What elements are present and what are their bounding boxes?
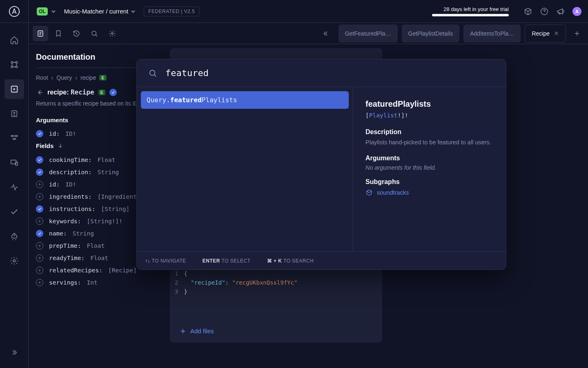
add-files-button[interactable]: Add files <box>180 328 214 334</box>
entity-badge: E <box>98 90 105 95</box>
preview-arguments-heading: Arguments <box>365 155 494 162</box>
chevron-down-icon <box>51 9 56 14</box>
field-row[interactable]: servings: Int <box>36 276 162 289</box>
secondary-toolbar: GetFeaturedPla… GetPlaylistDetails AddIt… <box>29 23 588 44</box>
nav-rail <box>0 23 29 368</box>
tab-add-items[interactable]: AddItemsToPla… <box>463 25 521 43</box>
sandbox-icon[interactable] <box>523 7 532 16</box>
svg-point-12 <box>92 31 96 36</box>
collapse-sidebar-button[interactable] <box>318 26 334 41</box>
check-icon[interactable] <box>36 130 43 137</box>
plus-icon[interactable] <box>36 279 43 286</box>
announcements-icon[interactable] <box>556 7 565 16</box>
tab-get-featured[interactable]: GetFeaturedPla… <box>339 25 398 43</box>
plus-icon[interactable] <box>36 254 43 262</box>
svg-point-13 <box>111 32 114 34</box>
org-badge: OL <box>37 7 48 16</box>
preview-subgraphs-heading: Subgraphs <box>365 178 494 186</box>
graph-breadcrumb[interactable]: Music-Matcher / current <box>64 8 136 15</box>
preview-description: Playlists hand-picked to be featured to … <box>365 138 494 147</box>
search-palette: Query.featuredPlaylists featuredPlaylist… <box>136 59 506 270</box>
rail-subgraphs[interactable] <box>4 128 24 148</box>
plus-icon[interactable] <box>36 242 43 249</box>
tab-recipe[interactable]: Recipe <box>525 25 566 43</box>
type-link[interactable]: Playlist <box>369 112 398 119</box>
svg-point-14 <box>150 70 155 75</box>
plus-icon[interactable] <box>36 267 43 274</box>
check-icon[interactable] <box>36 168 43 176</box>
rail-insights[interactable] <box>4 177 24 197</box>
rail-home[interactable] <box>4 30 24 50</box>
rail-clients[interactable] <box>4 153 24 173</box>
svg-point-0 <box>9 6 19 16</box>
graph-type-tag: FEDERATED | V2.5 <box>144 7 199 16</box>
plus-icon[interactable] <box>36 218 43 225</box>
apollo-logo[interactable] <box>0 0 29 23</box>
chevron-down-icon <box>131 9 136 14</box>
rail-expand-button[interactable] <box>4 343 24 362</box>
sort-icon[interactable] <box>58 143 63 148</box>
plus-icon[interactable] <box>36 193 43 200</box>
subgraph-link[interactable]: soundtracks <box>365 189 494 196</box>
back-arrow-icon[interactable] <box>36 89 43 96</box>
search-input-row <box>137 59 506 87</box>
org-select[interactable]: OL <box>34 6 58 17</box>
search-preview: featuredPlaylists [Playlist!]! Descripti… <box>353 87 506 251</box>
search-results: Query.featuredPlaylists <box>137 87 353 251</box>
history-button[interactable] <box>69 26 84 41</box>
preview-no-arguments: No arguments for this field. <box>365 164 494 171</box>
rail-diff[interactable] <box>4 104 24 123</box>
avatar[interactable]: A <box>572 7 581 16</box>
rail-explorer[interactable] <box>4 79 24 99</box>
search-icon <box>148 69 157 78</box>
rail-schema[interactable] <box>4 55 24 74</box>
search-button[interactable] <box>87 26 102 41</box>
docs-tab-button[interactable] <box>33 26 48 41</box>
rail-settings[interactable] <box>4 251 24 271</box>
tab-get-playlist-details[interactable]: GetPlaylistDetails <box>402 25 460 43</box>
settings-button[interactable] <box>105 26 120 41</box>
rail-launches[interactable] <box>4 227 24 246</box>
check-icon[interactable] <box>36 156 43 164</box>
svg-point-5 <box>16 66 18 68</box>
trial-status[interactable]: 28 days left in your free trial <box>432 6 509 16</box>
preview-description-heading: Description <box>365 128 494 136</box>
rail-checks[interactable] <box>4 202 24 222</box>
svg-point-10 <box>13 260 16 262</box>
close-icon[interactable] <box>554 31 559 36</box>
tabs-row: GetFeaturedPla… GetPlaylistDetails AddIt… <box>339 25 584 43</box>
select-all-check[interactable] <box>109 89 117 96</box>
trial-progress <box>432 14 509 16</box>
svg-point-2 <box>11 61 13 63</box>
top-bar: OL Music-Matcher / current FEDERATED | V… <box>0 0 588 23</box>
plus-icon[interactable] <box>36 181 43 188</box>
help-icon[interactable] <box>540 7 549 16</box>
svg-point-4 <box>11 66 13 68</box>
preview-type: [Playlist!]! <box>365 112 494 119</box>
search-input[interactable] <box>165 67 494 79</box>
check-icon[interactable] <box>36 230 43 237</box>
check-icon[interactable] <box>36 205 43 213</box>
search-footer: ↑↓ TO NAVIGATE ENTER TO SELECT ⌘ + K TO … <box>137 251 506 269</box>
new-tab-button[interactable] <box>570 27 584 40</box>
entity-badge: E <box>99 75 106 81</box>
bookmark-button[interactable] <box>51 26 66 41</box>
page-title: recipe: Recipe <box>47 88 94 96</box>
search-result-item[interactable]: Query.featuredPlaylists <box>141 91 349 109</box>
svg-point-3 <box>16 61 18 63</box>
preview-title: featuredPlaylists <box>365 99 494 109</box>
